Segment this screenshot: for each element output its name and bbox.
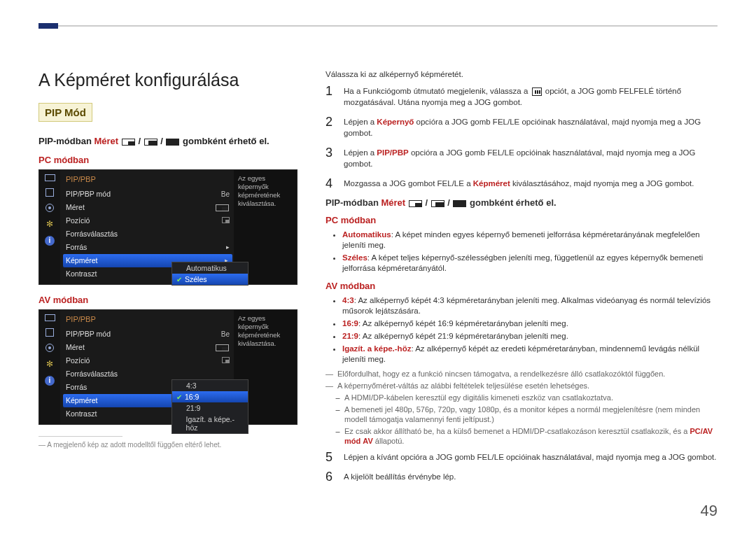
osd-pc-wrap: ✻ i PIP/PBP PIP/PBP mód Be Méret Pozíció [38,169,304,285]
size-medium-icon [144,139,158,146]
opt-auto: Automatikus [172,262,248,274]
txt-bold: Képernyő [377,118,414,126]
target-icon [46,344,54,352]
osd-title: PIP/PBP [66,174,234,188]
lbl: Igazít. a képe.-höz [342,344,411,353]
size-large-icon [166,139,179,146]
step-body: A kijelölt beállítás érvénybe lép. [344,471,718,482]
lbl: Pozíció [66,216,90,226]
step-body: Lépjen a Képernyő opcióra a JOG gomb FEL… [344,116,718,139]
size-medium-icon [431,200,444,207]
txt-bold: Képméret [473,179,510,188]
lbl: Méret [66,342,85,353]
txt: Előfordulhat, hogy ez a funkció nincsen … [337,369,665,379]
footnote: ― A megjelenő kép az adott modelltől füg… [38,441,304,449]
notes-block: ―Előfordulhat, hogy ez a funkció nincsen… [326,369,718,446]
osd-row-pos: Pozíció [66,354,234,367]
lbl: Képméret [66,395,98,406]
txt: Lépjen a [344,118,377,126]
box-icon [46,328,54,337]
txt: : Az alképernyő képét 16:9 képméretarány… [358,319,568,328]
gear-icon: ✻ [44,359,55,369]
txt: PIP-módban [326,197,379,208]
step-body: Ha a Funkciógomb útmutató megjelenik, vá… [344,85,718,108]
check-icon: ✔ [176,393,182,401]
left-column: A Képméret konfigurálása PIP Mód PIP-mód… [38,70,304,491]
txt: PC módban [38,155,89,165]
opt-219: 21:9 [172,402,248,414]
osd-pc: ✻ i PIP/PBP PIP/PBP mód Be Méret Pozíció [38,169,298,285]
txt: PIP-módban [38,136,92,146]
lbl: Forrás [66,242,87,253]
txt-bold: AV [363,437,372,445]
right-column: Válassza ki az alképernyő képméretét. 1 … [326,70,718,491]
osd-sidebar: ✻ i [39,310,60,424]
size-large-icon [453,200,466,207]
lbl: PIP/PBP mód [66,189,111,199]
osd-title: PIP/PBP [66,314,234,328]
top-divider [38,25,718,27]
bullet-fit: Igazít. a képe.-höz: Az alképernyő képét… [342,344,718,365]
size-small-icon [122,139,135,146]
osd-sidebar: ✻ i [39,170,60,284]
osd-av-wrap: ✻ i PIP/PBP PIP/PBP mód Be Méret Pozíció [38,309,304,425]
monitor-icon [45,174,55,181]
osd-row-mode: PIP/PBP mód Be [66,188,234,201]
pip-mode-badge: PIP Mód [38,103,92,122]
txt-red: Méret [94,136,118,146]
lbl: 4:3 [342,296,354,304]
step-3: 3 Lépjen a PIP/PBP opcióra a JOG gomb FE… [326,147,718,169]
opt-43: 4:3 [172,380,248,391]
txt: Ha a Funkciógomb útmutató megjelenik, vá… [344,87,531,95]
step-body: Lépjen a PIP/PBP opcióra a JOG gomb FEL/… [344,147,718,169]
lbl: 21:9 [186,404,200,412]
osd-row-pos: Pozíció [66,214,234,227]
lbl: Kontraszt [66,409,97,419]
info-icon: i [45,376,55,386]
txt: gombként érhető el [183,136,267,146]
pip-size-heading: PIP-módban Méret / / gombként érhető el. [38,136,304,146]
step-body: Lépjen a kívánt opcióra a JOG gomb FEL/L… [344,451,718,463]
txt-red: Méret [381,197,405,208]
osd-submenu-av: 4:3 ✔16:9 21:9 Igazít. a képe.-höz [172,379,248,434]
note-2: ―A képernyőméret-váltás az alábbi feltét… [326,381,718,391]
size-small-icon [216,344,229,351]
txt: Mozgassa a JOG gombot FEL/LE a [344,179,473,188]
step-6: 6 A kijelölt beállítás érvénybe lép. [326,471,718,482]
pip-size-heading-right: PIP-módban Méret / / gombként érhető el. [326,197,718,208]
opt-169-selected: ✔16:9 [172,391,248,402]
txt: A bemeneti jel 480p, 576p, 720p, vagy 10… [344,405,718,424]
lbl: Méret [66,202,85,213]
lbl: Széles [185,275,207,283]
step-body: Mozgassa a JOG gombot FEL/LE a Képméret … [344,178,718,189]
txt: gombként érhető el [470,197,554,208]
osd-row-size: Méret [66,201,234,214]
step-5: 5 Lépjen a kívánt opcióra a JOG gomb FEL… [326,451,718,463]
txt: állapotú. [373,437,405,445]
txt: : A képet minden egyes képernyő bemeneti… [342,230,700,249]
lbl: 4:3 [186,381,197,390]
txt: A megjelenő kép az adott modelltől függő… [47,441,221,449]
lbl: Széles [342,253,368,262]
lbl: Igazít. a képe.-höz [186,415,244,432]
bullet-43: 4:3: Az alképernyő képét 4:3 képméretará… [342,295,718,316]
pc-mode-heading: PC módban [326,215,718,225]
size-small-icon [216,204,229,211]
page-title: A Képméret konfigurálása [38,70,304,90]
lbl: Automatikus [186,264,227,272]
step-num: 4 [326,178,337,189]
step-num: 2 [326,116,337,139]
size-small-icon [409,200,422,207]
bullet-auto: Automatikus: A képet minden egyes képern… [342,230,718,251]
osd-row-src: Forrás▸ [66,241,234,254]
osd-av: ✻ i PIP/PBP PIP/PBP mód Be Méret Pozíció [38,309,298,425]
monitor-icon [45,314,55,321]
bullet-wide: Széles: A képet teljes képernyő-szélessé… [342,253,718,274]
lbl: Forrásválasztás [66,369,118,379]
target-icon [46,204,54,212]
gear-icon: ✻ [44,219,55,229]
note-1: ―Előfordulhat, hogy ez a funkció nincsen… [326,369,718,379]
step-1: 1 Ha a Funkciógomb útmutató megjelenik, … [326,85,718,108]
opt-wide-selected: ✔Széles [172,274,248,285]
step-num: 6 [326,471,337,482]
